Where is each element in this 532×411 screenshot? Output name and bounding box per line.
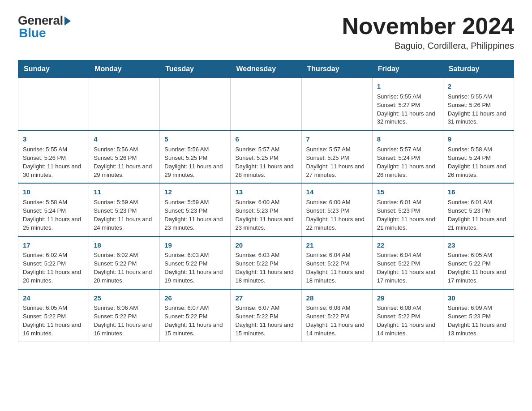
title-section: November 2024 Baguio, Cordillera, Philip…	[342, 13, 514, 51]
calendar-cell: 8Sunrise: 5:57 AMSunset: 5:24 PMDaylight…	[372, 130, 443, 183]
calendar-cell	[160, 78, 231, 131]
day-number: 19	[164, 240, 226, 250]
day-number: 13	[235, 187, 296, 197]
calendar-cell: 14Sunrise: 6:00 AMSunset: 5:23 PMDayligh…	[301, 183, 372, 236]
calendar-cell	[18, 78, 89, 131]
calendar-cell: 23Sunrise: 6:05 AMSunset: 5:22 PMDayligh…	[443, 236, 514, 289]
calendar-row: 10Sunrise: 5:58 AMSunset: 5:24 PMDayligh…	[18, 183, 514, 236]
calendar-cell: 19Sunrise: 6:03 AMSunset: 5:22 PMDayligh…	[160, 236, 231, 289]
logo-arrow-icon	[64, 17, 71, 26]
location-text: Baguio, Cordillera, Philippines	[342, 41, 514, 51]
day-number: 10	[23, 187, 84, 197]
calendar-cell: 30Sunrise: 6:09 AMSunset: 5:23 PMDayligh…	[443, 289, 514, 342]
day-number: 14	[306, 187, 368, 197]
calendar-header-sunday: Sunday	[18, 60, 89, 78]
calendar-cell: 7Sunrise: 5:57 AMSunset: 5:25 PMDaylight…	[301, 130, 372, 183]
calendar-cell: 18Sunrise: 6:02 AMSunset: 5:22 PMDayligh…	[89, 236, 160, 289]
day-number: 25	[94, 293, 155, 303]
day-number: 6	[235, 134, 296, 144]
day-number: 8	[377, 134, 438, 144]
calendar-header-thursday: Thursday	[301, 60, 372, 78]
calendar-cell: 15Sunrise: 6:01 AMSunset: 5:23 PMDayligh…	[372, 183, 443, 236]
calendar-header-saturday: Saturday	[443, 60, 514, 78]
calendar-table: SundayMondayTuesdayWednesdayThursdayFrid…	[18, 60, 514, 342]
day-number: 17	[23, 240, 84, 250]
calendar-cell: 25Sunrise: 6:06 AMSunset: 5:22 PMDayligh…	[89, 289, 160, 342]
calendar-header-row: SundayMondayTuesdayWednesdayThursdayFrid…	[18, 60, 514, 78]
calendar-header-monday: Monday	[89, 60, 160, 78]
day-number: 23	[448, 240, 509, 250]
calendar-cell	[301, 78, 372, 131]
day-number: 26	[164, 293, 226, 303]
calendar-cell: 16Sunrise: 6:01 AMSunset: 5:23 PMDayligh…	[443, 183, 514, 236]
calendar-cell: 22Sunrise: 6:04 AMSunset: 5:22 PMDayligh…	[372, 236, 443, 289]
day-number: 4	[94, 134, 155, 144]
logo: General Blue	[18, 13, 71, 40]
day-number: 22	[377, 240, 438, 250]
calendar-cell: 26Sunrise: 6:07 AMSunset: 5:22 PMDayligh…	[160, 289, 231, 342]
calendar-row: 3Sunrise: 5:55 AMSunset: 5:26 PMDaylight…	[18, 130, 514, 183]
calendar-cell: 17Sunrise: 6:02 AMSunset: 5:22 PMDayligh…	[18, 236, 89, 289]
calendar-cell: 24Sunrise: 6:05 AMSunset: 5:22 PMDayligh…	[18, 289, 89, 342]
day-number: 30	[448, 293, 509, 303]
calendar-header-friday: Friday	[372, 60, 443, 78]
day-number: 20	[235, 240, 296, 250]
calendar-header-wednesday: Wednesday	[231, 60, 301, 78]
calendar-cell: 3Sunrise: 5:55 AMSunset: 5:26 PMDaylight…	[18, 130, 89, 183]
day-number: 18	[94, 240, 155, 250]
day-number: 28	[306, 293, 368, 303]
month-title: November 2024	[342, 13, 514, 39]
calendar-cell: 4Sunrise: 5:56 AMSunset: 5:26 PMDaylight…	[89, 130, 160, 183]
day-number: 1	[377, 81, 438, 91]
calendar-cell: 21Sunrise: 6:04 AMSunset: 5:22 PMDayligh…	[301, 236, 372, 289]
day-number: 9	[448, 134, 509, 144]
calendar-row: 17Sunrise: 6:02 AMSunset: 5:22 PMDayligh…	[18, 236, 514, 289]
calendar-cell: 20Sunrise: 6:03 AMSunset: 5:22 PMDayligh…	[231, 236, 301, 289]
day-number: 24	[23, 293, 84, 303]
calendar-row: 24Sunrise: 6:05 AMSunset: 5:22 PMDayligh…	[18, 289, 514, 342]
day-number: 7	[306, 134, 368, 144]
day-number: 11	[94, 187, 155, 197]
day-number: 29	[377, 293, 438, 303]
calendar-cell	[231, 78, 301, 131]
calendar-cell: 13Sunrise: 6:00 AMSunset: 5:23 PMDayligh…	[231, 183, 301, 236]
calendar-cell: 10Sunrise: 5:58 AMSunset: 5:24 PMDayligh…	[18, 183, 89, 236]
day-number: 27	[235, 293, 296, 303]
calendar-cell: 9Sunrise: 5:58 AMSunset: 5:24 PMDaylight…	[443, 130, 514, 183]
calendar-row: 1Sunrise: 5:55 AMSunset: 5:27 PMDaylight…	[18, 78, 514, 131]
day-number: 2	[448, 81, 509, 91]
calendar-header-tuesday: Tuesday	[160, 60, 231, 78]
day-number: 5	[164, 134, 226, 144]
day-number: 21	[306, 240, 368, 250]
calendar-cell: 27Sunrise: 6:07 AMSunset: 5:22 PMDayligh…	[231, 289, 301, 342]
day-number: 15	[377, 187, 438, 197]
calendar-cell: 28Sunrise: 6:08 AMSunset: 5:22 PMDayligh…	[301, 289, 372, 342]
day-number: 16	[448, 187, 509, 197]
logo-blue-text: Blue	[19, 26, 46, 40]
calendar-cell	[89, 78, 160, 131]
calendar-cell: 11Sunrise: 5:59 AMSunset: 5:23 PMDayligh…	[89, 183, 160, 236]
day-number: 12	[164, 187, 226, 197]
day-number: 3	[23, 134, 84, 144]
calendar-cell: 12Sunrise: 5:59 AMSunset: 5:23 PMDayligh…	[160, 183, 231, 236]
calendar-cell: 2Sunrise: 5:55 AMSunset: 5:26 PMDaylight…	[443, 78, 514, 131]
calendar-cell: 5Sunrise: 5:56 AMSunset: 5:25 PMDaylight…	[160, 130, 231, 183]
calendar-cell: 1Sunrise: 5:55 AMSunset: 5:27 PMDaylight…	[372, 78, 443, 131]
calendar-cell: 29Sunrise: 6:08 AMSunset: 5:22 PMDayligh…	[372, 289, 443, 342]
calendar-cell: 6Sunrise: 5:57 AMSunset: 5:25 PMDaylight…	[231, 130, 301, 183]
page-header: General Blue November 2024 Baguio, Cordi…	[18, 13, 514, 51]
